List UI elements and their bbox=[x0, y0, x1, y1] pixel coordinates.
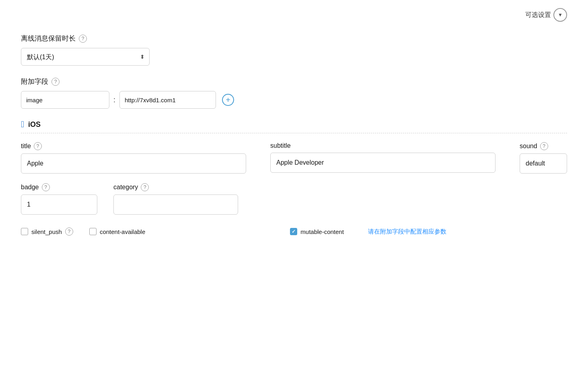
offline-section-label: 离线消息保留时长 ? bbox=[21, 34, 567, 43]
ios-sound-group: sound ? bbox=[520, 142, 567, 174]
badge-group: badge ? bbox=[21, 183, 97, 215]
ios-subtitle-input[interactable] bbox=[270, 153, 495, 173]
ios-sound-help-icon[interactable]: ? bbox=[540, 142, 548, 150]
ios-sound-label-text: sound bbox=[520, 143, 537, 150]
add-icon: + bbox=[222, 94, 234, 106]
content-available-label: content-available bbox=[100, 228, 145, 235]
ios-title-text: iOS bbox=[28, 120, 41, 129]
ios-title-label-text: title bbox=[21, 143, 31, 150]
ios-fields-row: title ? subtitle sound ? bbox=[21, 142, 567, 174]
category-label: category ? bbox=[113, 183, 238, 191]
ios-section:  iOS title ? subtitle sound bbox=[21, 120, 567, 236]
extra-fields-help-icon[interactable]: ? bbox=[51, 78, 60, 86]
mutable-content-group: mutable-content bbox=[290, 228, 344, 235]
ios-title-help-icon[interactable]: ? bbox=[34, 142, 42, 150]
optional-settings-dropdown-btn[interactable]: ▼ bbox=[553, 8, 567, 22]
ios-header:  iOS bbox=[21, 120, 567, 129]
extra-fields-section: 附加字段 ? : + bbox=[21, 77, 567, 109]
offline-section: 离线消息保留时长 ? 默认(1天) 1小时 6小时 12小时 3天 7天 ⬍ bbox=[21, 34, 567, 66]
content-available-checkbox[interactable] bbox=[89, 228, 97, 235]
badge-input[interactable] bbox=[21, 194, 97, 215]
offline-help-icon[interactable]: ? bbox=[79, 35, 87, 43]
extra-fields-label-text: 附加字段 bbox=[21, 77, 48, 86]
optional-settings-label: 可选设置 bbox=[525, 11, 551, 19]
ios-sound-label: sound ? bbox=[520, 142, 567, 150]
extra-fields-row: : + bbox=[21, 91, 567, 109]
ios-subtitle-label-text: subtitle bbox=[270, 142, 291, 149]
page-wrapper: 可选设置 ▼ 离线消息保留时长 ? 默认(1天) 1小时 6小时 12小时 3天… bbox=[0, 0, 588, 389]
badge-help-icon[interactable]: ? bbox=[42, 183, 50, 191]
offline-select-wrapper: 默认(1天) 1小时 6小时 12小时 3天 7天 ⬍ bbox=[21, 48, 150, 66]
ios-sound-input[interactable] bbox=[520, 153, 567, 174]
extra-field-value-input[interactable] bbox=[119, 91, 216, 109]
category-input[interactable] bbox=[113, 194, 238, 215]
extra-field-key-input[interactable] bbox=[21, 91, 109, 109]
checkboxes-row: silent_push ? content-available mutable-… bbox=[21, 228, 567, 236]
mutable-content-checkbox[interactable] bbox=[290, 228, 297, 235]
colon-separator: : bbox=[113, 96, 115, 104]
extra-fields-label: 附加字段 ? bbox=[21, 77, 567, 86]
badge-label-text: badge bbox=[21, 184, 39, 191]
offline-label-text: 离线消息保留时长 bbox=[21, 34, 76, 43]
ios-subtitle-label: subtitle bbox=[270, 142, 495, 149]
top-bar: 可选设置 ▼ bbox=[21, 8, 567, 22]
content-available-group: content-available bbox=[89, 228, 145, 235]
optional-settings: 可选设置 ▼ bbox=[525, 8, 567, 22]
config-link[interactable]: 请在附加字段中配置相应参数 bbox=[368, 228, 446, 236]
category-help-icon[interactable]: ? bbox=[141, 183, 149, 191]
ios-title-input[interactable] bbox=[21, 153, 246, 174]
ios-title-label: title ? bbox=[21, 142, 246, 150]
silent-push-checkbox[interactable] bbox=[21, 228, 28, 235]
badge-label: badge ? bbox=[21, 183, 97, 191]
ios-title-group: title ? bbox=[21, 142, 246, 174]
ios-subtitle-group: subtitle bbox=[270, 142, 495, 173]
add-extra-field-button[interactable]: + bbox=[222, 93, 234, 106]
category-label-text: category bbox=[113, 184, 138, 191]
category-group: category ? bbox=[113, 183, 238, 215]
badge-category-row: badge ? category ? bbox=[21, 183, 567, 215]
silent-push-group: silent_push ? bbox=[21, 228, 73, 236]
ios-divider bbox=[21, 133, 567, 133]
mutable-content-label: mutable-content bbox=[300, 228, 344, 235]
offline-select[interactable]: 默认(1天) 1小时 6小时 12小时 3天 7天 bbox=[21, 48, 150, 66]
silent-push-help-icon[interactable]: ? bbox=[65, 228, 73, 236]
apple-logo-icon:  bbox=[21, 120, 24, 129]
silent-push-label: silent_push bbox=[31, 228, 62, 235]
